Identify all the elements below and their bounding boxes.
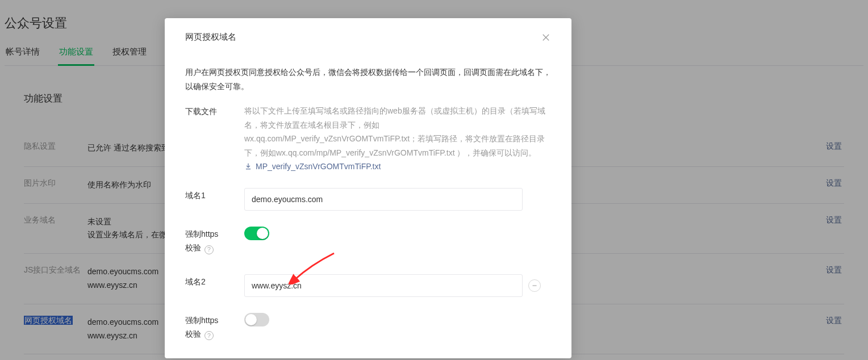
download-icon	[244, 162, 252, 170]
https1-label: 强制https 校验 ?	[185, 227, 244, 255]
download-file-row: 下载文件 将以下文件上传至填写域名或路径指向的web服务器（或虚拟主机）的目录（…	[185, 104, 551, 172]
help-icon[interactable]: ?	[205, 245, 214, 254]
modal-header: 网页授权域名	[165, 18, 571, 65]
domain1-label: 域名1	[185, 188, 244, 203]
help-icon[interactable]: ?	[205, 331, 214, 340]
https1-row: 强制https 校验 ?	[185, 227, 551, 255]
domain2-label: 域名2	[185, 274, 244, 289]
remove-domain-button[interactable]	[528, 279, 541, 292]
oauth-domain-modal: 网页授权域名 用户在网页授权页同意授权给公众号后，微信会将授权数据传给一个回调页…	[165, 18, 571, 358]
download-file-help: 将以下文件上传至填写域名或路径指向的web服务器（或虚拟主机）的目录（若填写域名…	[244, 104, 551, 160]
download-file-link[interactable]: MP_verify_vZsnVrGOMTvmTiFP.txt	[244, 162, 381, 171]
close-icon[interactable]	[541, 32, 551, 43]
domain2-row: 域名2	[185, 274, 551, 297]
download-file-name: MP_verify_vZsnVrGOMTvmTiFP.txt	[256, 162, 381, 171]
https2-toggle[interactable]	[244, 313, 269, 326]
modal-title: 网页授权域名	[185, 32, 236, 43]
minus-icon	[531, 282, 538, 289]
domain1-input[interactable]	[244, 188, 523, 211]
https2-label: 强制https 校验 ?	[185, 313, 244, 341]
domain2-input[interactable]	[244, 274, 523, 297]
https2-row: 强制https 校验 ?	[185, 313, 551, 341]
https1-toggle[interactable]	[244, 227, 269, 240]
download-file-label: 下载文件	[185, 104, 244, 119]
modal-description: 用户在网页授权页同意授权给公众号后，微信会将授权数据传给一个回调页面，回调页面需…	[185, 65, 551, 94]
domain1-row: 域名1	[185, 188, 551, 211]
